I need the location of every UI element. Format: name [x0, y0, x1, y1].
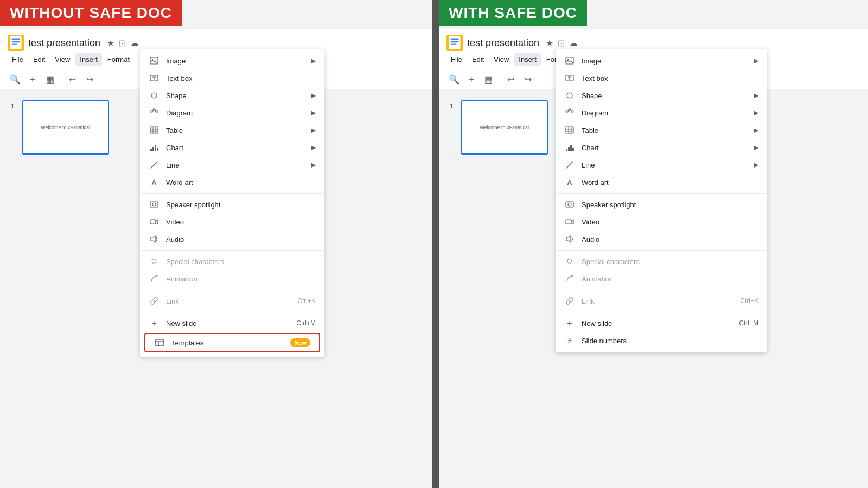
- diagram-icon: [149, 107, 159, 118]
- svg-rect-28: [566, 57, 573, 64]
- right-menu-entry-speaker[interactable]: Speaker spotlight: [556, 196, 767, 213]
- undo-icon[interactable]: ↩: [65, 72, 80, 87]
- right-menu-entry-diagram[interactable]: Diagram ▶: [556, 104, 767, 121]
- add-icon[interactable]: ＋: [25, 72, 40, 87]
- right-divider-2: [556, 250, 767, 251]
- star-icon[interactable]: ★: [107, 38, 114, 48]
- speaker-spotlight-icon: [149, 199, 159, 210]
- right-star-icon[interactable]: ★: [546, 38, 553, 48]
- left-menu-entry-table[interactable]: Table ▶: [140, 121, 324, 139]
- right-animation-label: Animation: [582, 275, 758, 283]
- right-chart-icon: [564, 142, 575, 153]
- right-menu-entry-chart[interactable]: Chart ▶: [556, 139, 767, 156]
- right-cloud-icon[interactable]: ☁: [569, 38, 578, 48]
- left-menu-entry-wordart[interactable]: A Word art: [140, 174, 324, 191]
- right-folder-icon[interactable]: ⊡: [558, 38, 565, 48]
- right-menu-entry-animation: Animation: [556, 270, 767, 287]
- svg-point-31: [567, 93, 572, 98]
- redo-icon[interactable]: ↪: [82, 72, 97, 87]
- right-menu-entry-special: Ω Special characters: [556, 253, 767, 270]
- textbox-icon: [149, 73, 159, 84]
- right-diagram-icon: [564, 107, 575, 118]
- right-menu-entry-audio[interactable]: Audio: [556, 230, 767, 248]
- left-menu-entry-newslide[interactable]: ＋ New slide Ctrl+M: [140, 314, 324, 332]
- right-menu-view[interactable]: View: [489, 53, 513, 66]
- search-icon[interactable]: 🔍: [8, 72, 23, 87]
- left-menu-entry-textbox[interactable]: Text box: [140, 69, 324, 87]
- left-menu-view[interactable]: View: [50, 53, 74, 66]
- left-doc-title: test presentation: [28, 37, 100, 49]
- right-menu-entry-shape[interactable]: Shape ▶: [556, 87, 767, 104]
- right-slide-thumb[interactable]: Welcome to xFanatical: [461, 100, 548, 155]
- right-menu-entry-video[interactable]: Video: [556, 213, 767, 230]
- left-menu-entry-line[interactable]: Line ▶: [140, 156, 324, 174]
- left-line-label: Line: [166, 161, 311, 169]
- left-menu-file[interactable]: File: [8, 53, 28, 66]
- svg-rect-32: [566, 111, 568, 112]
- right-audio-label: Audio: [582, 235, 758, 243]
- left-menu-entry-image[interactable]: Image ▶: [140, 52, 324, 69]
- left-menu-entry-video[interactable]: Video: [140, 213, 324, 230]
- animation-icon: [149, 273, 159, 284]
- right-line-icon: [564, 159, 575, 170]
- layout-icon[interactable]: ▦: [42, 72, 58, 87]
- right-menu-entry-wordart[interactable]: A Word art: [556, 174, 767, 191]
- svg-point-44: [571, 275, 573, 277]
- right-redo-icon[interactable]: ↪: [521, 72, 536, 87]
- right-chart-arrow-icon: ▶: [754, 144, 758, 151]
- right-special-label: Special characters: [582, 258, 758, 266]
- with-safe-doc-banner: WITH SAFE DOC: [439, 0, 587, 26]
- table-icon: [149, 125, 159, 136]
- right-line-label: Line: [582, 161, 754, 169]
- left-audio-label: Audio: [166, 235, 316, 243]
- left-slide-content: Welcome to xFanatical: [41, 125, 90, 130]
- right-table-label: Table: [582, 126, 754, 134]
- left-menu-entry-audio[interactable]: Audio: [140, 230, 324, 248]
- right-menu-entry-line[interactable]: Line ▶: [556, 156, 767, 174]
- left-menu-entry-chart[interactable]: Chart ▶: [140, 139, 324, 156]
- right-speaker-icon: [564, 199, 575, 210]
- right-search-icon[interactable]: 🔍: [446, 72, 462, 87]
- left-menu-insert[interactable]: Insert: [75, 53, 102, 66]
- right-menu-insert[interactable]: Insert: [514, 53, 541, 66]
- left-link-label: Link: [166, 297, 297, 305]
- right-menu-entry-slidenumbers[interactable]: # Slide numbers: [556, 332, 767, 349]
- right-diagram-arrow-icon: ▶: [754, 109, 758, 117]
- right-add-icon[interactable]: ＋: [464, 72, 479, 87]
- folder-icon[interactable]: ⊡: [119, 38, 126, 48]
- svg-point-21: [156, 275, 158, 277]
- left-divider-1: [140, 193, 324, 194]
- right-menu-entry-image[interactable]: Image ▶: [556, 52, 767, 69]
- right-shape-arrow-icon: ▶: [754, 92, 758, 99]
- right-link-icon: [564, 296, 575, 306]
- right-line-arrow-icon: ▶: [754, 161, 758, 169]
- left-menu-entry-templates[interactable]: Templates New: [144, 333, 320, 352]
- left-special-label: Special characters: [166, 258, 316, 266]
- svg-rect-27: [450, 44, 456, 45]
- svg-point-8: [151, 93, 157, 98]
- left-menu-edit[interactable]: Edit: [29, 53, 49, 66]
- right-layout-icon[interactable]: ▦: [481, 72, 496, 87]
- right-menu-entry-newslide[interactable]: ＋ New slide Ctrl+M: [556, 314, 767, 332]
- left-menu-entry-speaker[interactable]: Speaker spotlight: [140, 196, 324, 213]
- right-insert-dropdown: Image ▶ Text box Shape ▶ Diagram ▶: [556, 49, 767, 352]
- right-newslide-shortcut: Ctrl+M: [739, 319, 758, 327]
- right-textbox-icon: [564, 73, 575, 84]
- right-menu-edit[interactable]: Edit: [468, 53, 488, 66]
- left-slide-thumb[interactable]: Welcome to xFanatical: [22, 100, 109, 155]
- svg-marker-20: [151, 236, 155, 242]
- svg-rect-42: [566, 220, 571, 224]
- right-table-arrow-icon: ▶: [754, 126, 758, 134]
- image-arrow-icon: ▶: [311, 57, 316, 65]
- left-menu-entry-shape[interactable]: Shape ▶: [140, 87, 324, 104]
- cloud-icon[interactable]: ☁: [130, 38, 139, 48]
- left-wordart-label: Word art: [166, 178, 316, 187]
- svg-marker-43: [566, 236, 571, 242]
- templates-icon: [154, 337, 165, 348]
- right-menu-file[interactable]: File: [446, 53, 467, 66]
- right-menu-entry-table[interactable]: Table ▶: [556, 121, 767, 139]
- left-menu-format[interactable]: Format: [103, 53, 134, 66]
- left-menu-entry-diagram[interactable]: Diagram ▶: [140, 104, 324, 121]
- right-undo-icon[interactable]: ↩: [503, 72, 519, 87]
- right-menu-entry-textbox[interactable]: Text box: [556, 69, 767, 87]
